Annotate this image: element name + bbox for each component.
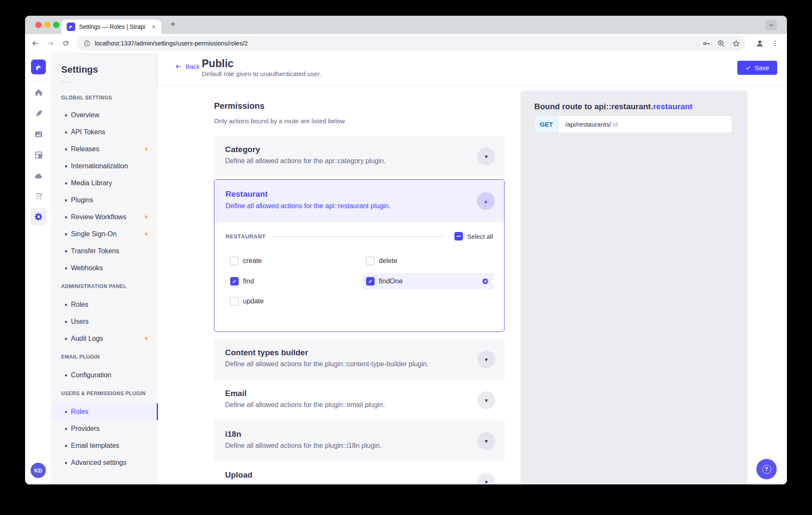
zoom-in-icon[interactable] <box>717 39 726 48</box>
sidebar-item-review-workflows[interactable]: Review Workflows <box>52 209 158 226</box>
sidebar-item-api-tokens[interactable]: API Tokens <box>52 124 158 141</box>
strapi-favicon <box>67 23 75 31</box>
select-all-checkbox[interactable] <box>454 232 463 241</box>
sidebar-item-configuration[interactable]: Configuration <box>52 367 158 384</box>
checkbox-create[interactable] <box>230 257 239 265</box>
browser-window: Settings — Roles | Strapi × + <box>25 16 787 484</box>
settings-gear-icon[interactable] <box>30 208 47 225</box>
lightning-icon <box>143 335 149 342</box>
sidebar-item-roles[interactable]: Roles <box>52 403 158 420</box>
accordion-category[interactable]: Category Define all allowed actions for … <box>214 136 505 177</box>
accordion-email[interactable]: Email Define all allowed actions for the… <box>214 380 505 421</box>
accordion-restaurant-header[interactable]: Restaurant Define all allowed actions fo… <box>214 180 504 222</box>
info-icon[interactable] <box>82 38 92 48</box>
accordion-content-types-builder[interactable]: Content types builder Define all allowed… <box>214 339 505 380</box>
media-library-icon[interactable] <box>33 129 44 139</box>
browser-tab[interactable]: Settings — Roles | Strapi × <box>61 20 161 34</box>
chevron-down-icon[interactable]: ▾ <box>477 391 495 409</box>
settings-nav: Settings GLOBAL SETTINGS Overview API To… <box>52 53 158 484</box>
strapi-app: KD Settings GLOBAL SETTINGS Overview API… <box>25 53 787 484</box>
menu-dots-icon[interactable] <box>770 38 780 48</box>
bullet-icon <box>65 182 67 184</box>
chevron-up-icon[interactable]: ▴ <box>477 192 495 210</box>
chevron-down-icon[interactable]: ▾ <box>477 473 495 484</box>
permission-findone[interactable]: ✓findOne <box>366 273 403 289</box>
sidebar-item-email-templates[interactable]: Email templates <box>52 437 158 454</box>
key-icon[interactable] <box>702 39 711 48</box>
tab-strip: Settings — Roles | Strapi × + <box>25 16 787 34</box>
chevron-down-icon[interactable]: ▾ <box>477 351 495 368</box>
window-minimize-button[interactable] <box>44 22 51 28</box>
sidebar-item-plugins[interactable]: Plugins <box>52 192 158 209</box>
user-avatar[interactable]: KD <box>31 463 46 478</box>
tab-search-icon <box>769 23 774 28</box>
checkbox-delete[interactable] <box>366 257 375 265</box>
permission-row: update <box>214 293 504 309</box>
group-divider <box>273 236 444 237</box>
permission-update[interactable]: update <box>230 293 264 309</box>
star-icon[interactable] <box>732 39 741 48</box>
permission-find[interactable]: ✓find <box>230 273 254 289</box>
save-button[interactable]: Save <box>737 61 777 75</box>
bullet-icon <box>65 199 67 201</box>
window-close-button[interactable] <box>35 22 42 28</box>
bullet-icon <box>65 216 67 218</box>
strapi-logo[interactable] <box>31 59 46 74</box>
settings-nav-title: Settings <box>61 64 158 76</box>
back-arrow-icon <box>175 63 182 70</box>
tab-search-button[interactable] <box>765 20 777 31</box>
bound-route-title: Bound route to api::restaurant.restauran… <box>534 102 693 111</box>
help-button[interactable]: ? <box>756 459 777 479</box>
checkbox-findone[interactable]: ✓ <box>366 277 375 286</box>
sidebar-item-media-library[interactable]: Media Library <box>52 175 158 192</box>
sidebar-item-advanced-settings[interactable]: Advanced settings <box>52 454 158 471</box>
sidebar-item-admin-roles[interactable]: Roles <box>52 296 158 313</box>
route-path-param: :id <box>611 121 618 128</box>
checkbox-update[interactable] <box>230 297 239 306</box>
accordion-upload[interactable]: Upload ▾ <box>214 461 505 484</box>
page-header: Back Public Default role given to unauth… <box>158 53 787 85</box>
back-link[interactable]: Back <box>175 63 200 70</box>
sidebar-item-overview[interactable]: Overview <box>52 107 158 124</box>
sidebar-item-releases[interactable]: Releases <box>52 141 158 158</box>
sidebar-item-single-sign-on[interactable]: Single Sign-On <box>52 226 158 243</box>
chevron-down-icon[interactable]: ▾ <box>477 147 495 165</box>
bullet-icon <box>65 374 67 376</box>
bullet-icon <box>65 338 67 340</box>
profile-icon[interactable] <box>755 38 765 48</box>
accordion-i18n[interactable]: i18n Define all allowed actions for the … <box>214 421 505 461</box>
marketplace-cart-icon[interactable] <box>33 190 44 201</box>
back-button[interactable] <box>30 38 40 48</box>
window-zoom-button[interactable] <box>53 22 59 28</box>
cog-icon[interactable] <box>482 277 489 285</box>
cloud-icon[interactable] <box>33 170 44 181</box>
lightning-icon <box>143 231 149 237</box>
sidebar-item-providers[interactable]: Providers <box>52 420 158 437</box>
url-text[interactable]: localhost:1337/admin/settings/users-perm… <box>95 36 248 51</box>
chevron-down-icon[interactable]: ▾ <box>477 432 495 450</box>
sidebar-item-internationalization[interactable]: Internationalization <box>52 158 158 175</box>
forward-button[interactable] <box>45 38 56 48</box>
sidebar-item-transfer-tokens[interactable]: Transfer Tokens <box>52 243 158 260</box>
new-tab-button[interactable]: + <box>167 19 179 31</box>
checkbox-find[interactable]: ✓ <box>230 277 239 286</box>
content-type-builder-icon[interactable] <box>33 150 44 160</box>
content-area: Permissions Only actions bound by a rout… <box>158 85 787 484</box>
select-all-control[interactable]: Select all <box>454 232 493 241</box>
sidebar-item-webhooks[interactable]: Webhooks <box>52 260 158 277</box>
bullet-icon <box>65 250 67 252</box>
home-icon[interactable] <box>33 87 44 98</box>
reload-button[interactable] <box>61 38 71 48</box>
content-manager-icon[interactable] <box>33 108 44 119</box>
tab-close-icon[interactable]: × <box>149 23 158 31</box>
sidebar-item-audit-logs[interactable]: Audit Logs <box>52 330 158 347</box>
permission-create[interactable]: create <box>230 253 262 269</box>
bullet-icon <box>65 114 67 116</box>
settings-nav-divider <box>61 82 71 82</box>
permission-delete[interactable]: delete <box>366 253 398 269</box>
url-bar[interactable]: localhost:1337/admin/settings/users-perm… <box>77 36 746 51</box>
sidebar-item-users[interactable]: Users <box>52 313 158 330</box>
permission-row: ✓find ✓findOne <box>214 273 504 289</box>
route-box: GET /api/restaurants/:id <box>534 116 732 133</box>
main-area: Back Public Default role given to unauth… <box>158 53 787 484</box>
